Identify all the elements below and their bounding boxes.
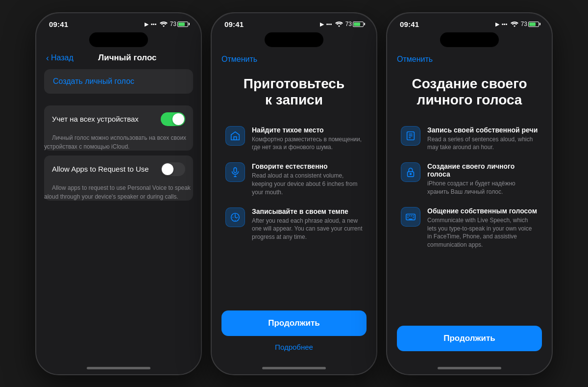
carrier-icon-1: ▪▪▪	[151, 21, 157, 27]
toggle-allow-apps[interactable]	[161, 162, 185, 176]
feature-item-2-3: Записывайте в своем темпе After you read…	[225, 207, 363, 241]
phone-3: 09:41 ▶ ▪▪▪ 73 Отменить	[386, 12, 553, 375]
location-icon-3: ▶	[495, 21, 499, 27]
nav-bar-1: ‹ Назад Личный голос	[36, 51, 201, 69]
pace-icon	[225, 207, 245, 227]
wifi-icon-1	[160, 21, 168, 27]
feature-text-3-3: Общение собственным голосом Communicate …	[427, 207, 538, 249]
setting-desc-2: Allow apps to request to use Personal Vo…	[44, 181, 191, 207]
battery-text-3: 73	[521, 21, 527, 27]
svg-rect-0	[234, 137, 237, 140]
settings-screen: Создать личный голос Учет на всех устрой…	[36, 69, 201, 365]
battery-2: 73	[345, 21, 364, 27]
feature-text-3-2: Создание своего личного голоса iPhone со…	[427, 162, 538, 196]
setting-group-1: Учет на всех устройствах Личный голос мо…	[44, 105, 193, 151]
dynamic-island-1	[89, 32, 148, 47]
header-btn-2: Отменить	[212, 51, 376, 66]
record-icon	[401, 126, 420, 146]
screen-3-title: Создание своего личного голоса	[401, 76, 538, 108]
cancel-button-2[interactable]: Отменить	[221, 55, 257, 64]
lock-icon	[401, 162, 420, 182]
feature-desc-2-1: Комфортно разместитесь в помещении, где …	[252, 135, 363, 152]
battery-icon-3	[528, 22, 539, 27]
setting-row-2: Allow Apps to Request to Use	[44, 155, 193, 183]
status-bar-1: 09:41 ▶ ▪▪▪ 73	[36, 13, 201, 32]
carrier-icon-2: ▪▪▪	[326, 21, 332, 27]
continue-label-3: Продолжить	[443, 334, 495, 343]
feature-title-2-2: Говорите естественно	[252, 162, 363, 170]
phone-3-screen: 09:41 ▶ ▪▪▪ 73 Отменить	[387, 13, 552, 374]
feature-title-3-3: Общение собственным голосом	[427, 207, 538, 215]
feature-desc-3-1: Read a series of sentences aloud, which …	[427, 135, 538, 152]
feature-text-3-1: Запись своей собственной речи Read a ser…	[427, 126, 538, 152]
setting-desc-1: Личный голос можно использовать на всех …	[44, 131, 186, 157]
phone-2: 09:41 ▶ ▪▪▪ 73 Отменить	[211, 12, 377, 375]
status-icons-1: ▶ ▪▪▪ 73	[145, 21, 188, 27]
cancel-button-3[interactable]: Отменить	[397, 55, 433, 64]
feature-list-3: Запись своей собственной речи Read a ser…	[401, 126, 538, 318]
status-icons-2: ▶ ▪▪▪ 73	[320, 21, 364, 27]
status-bar-2: 09:41 ▶ ▪▪▪ 73	[212, 13, 376, 32]
status-time-3: 09:41	[400, 20, 419, 28]
dynamic-island-2	[265, 32, 323, 47]
continue-button-3[interactable]: Продолжить	[397, 326, 542, 351]
back-button-1[interactable]: ‹ Назад	[46, 53, 74, 63]
create-voice-button[interactable]: Создать личный голос	[44, 69, 193, 94]
battery-text-1: 73	[170, 21, 176, 27]
dynamic-island-3	[440, 32, 499, 47]
toggle-all-devices[interactable]	[161, 112, 185, 126]
location-icon-1: ▶	[145, 21, 148, 27]
home-indicator-1	[87, 367, 150, 369]
setting-label-1: Учет на всех устройствах	[52, 115, 161, 123]
feature-text-2-2: Говорите естественно Read aloud at a con…	[252, 162, 363, 196]
wifi-icon-3	[511, 21, 518, 27]
feature-text-2-3: Записывайте в своем темпе After you read…	[252, 207, 363, 241]
header-btn-3: Отменить	[387, 51, 552, 66]
feature-desc-2-2: Read aloud at a consistent volume, keepi…	[252, 172, 363, 196]
feature-item-2-1: Найдите тихое место Комфортно разместите…	[225, 126, 363, 152]
toggle-thumb-1	[172, 113, 184, 125]
setting-group-2: Allow Apps to Request to Use Allow apps …	[44, 155, 193, 201]
screen-3-content: Создание своего личного голоса Запись св…	[387, 66, 552, 318]
feature-item-3-2: Создание своего личного голоса iPhone со…	[401, 162, 538, 196]
continue-label-2: Продолжить	[268, 318, 320, 328]
setting-label-2: Allow Apps to Request to Use	[52, 165, 161, 173]
feature-item-3-1: Запись своей собственной речи Read a ser…	[401, 126, 538, 152]
phone-1: 09:41 ▶ ▪▪▪ 73 ‹ Назад	[35, 12, 202, 375]
status-bar-3: 09:41 ▶ ▪▪▪ 73	[387, 13, 552, 32]
battery-icon-1	[177, 22, 188, 27]
feature-list-2: Найдите тихое место Комфортно разместите…	[225, 126, 363, 303]
status-icons-3: ▶ ▪▪▪ 73	[495, 21, 539, 27]
screen-2-content: Приготовьтесь к записи Найдите тихое мес…	[212, 66, 376, 303]
setting-row-1: Учет на всех устройствах	[44, 105, 193, 133]
battery-text-2: 73	[345, 21, 352, 27]
back-label-1: Назад	[51, 53, 74, 62]
settings-body: Создать личный голос Учет на всех устрой…	[36, 69, 201, 365]
toggle-thumb-2	[162, 163, 173, 175]
svg-point-8	[410, 174, 412, 175]
feature-title-3-2: Создание своего личного голоса	[427, 162, 538, 178]
feature-text-2-1: Найдите тихое место Комфортно разместите…	[252, 126, 363, 152]
phone-2-screen: 09:41 ▶ ▪▪▪ 73 Отменить	[212, 13, 376, 374]
learn-more-button[interactable]: Подробнее	[275, 343, 313, 351]
house-icon	[225, 126, 245, 146]
battery-3: 73	[521, 21, 539, 27]
continue-button-2[interactable]: Продолжить	[221, 310, 367, 336]
feature-title-2-3: Записывайте в своем темпе	[252, 207, 363, 215]
keyboard-icon	[401, 207, 420, 227]
feature-item-2-2: Говорите естественно Read aloud at a con…	[225, 162, 363, 196]
status-time-1: 09:41	[49, 20, 68, 28]
status-time-2: 09:41	[224, 20, 244, 28]
chevron-left-icon-1: ‹	[46, 53, 49, 63]
phone-1-screen: 09:41 ▶ ▪▪▪ 73 ‹ Назад	[36, 13, 201, 374]
create-voice-label: Создать личный голос	[53, 77, 134, 85]
location-icon-2: ▶	[320, 21, 324, 27]
home-indicator-3	[438, 367, 501, 369]
screen-2-title: Приготовьтесь к записи	[225, 76, 363, 108]
feature-title-3-1: Запись своей собственной речи	[427, 126, 538, 134]
carrier-icon-3: ▪▪▪	[502, 21, 508, 27]
battery-icon-2	[353, 22, 364, 27]
screen-2-footer: Продолжить Подробнее	[212, 303, 376, 365]
screen-3-footer: Продолжить	[387, 318, 552, 365]
battery-1: 73	[170, 21, 188, 27]
